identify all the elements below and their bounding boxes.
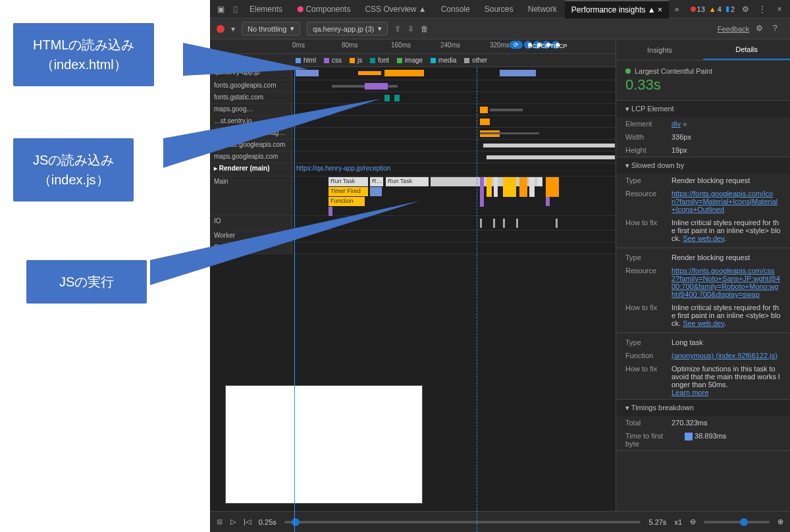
tab-performance-insights[interactable]: Performance insights ▲ × [565,0,669,18]
lcp-element-section[interactable]: ▾ LCP Element [616,101,790,117]
resource-link[interactable]: https://fonts.googleapis.com/icon?family… [672,190,777,213]
svg-marker-2 [150,201,420,285]
warning-badge[interactable]: ▲4 [709,5,722,13]
devtools-tabbar: ▣ ⌷ Elements ⬢ Components CSS Overview ▲… [210,0,790,18]
target-select[interactable]: qa.henry-app.jp (3) ▾ [307,22,388,36]
slowed-section[interactable]: ▾ Slowed down by [616,157,790,174]
side-panel: Insights Details Largest Contentful Pain… [616,40,790,532]
messages-badge[interactable]: ▮2 [725,5,735,13]
help-icon[interactable]: ? [773,24,783,34]
timings-section[interactable]: ▾ Timings breakdown [616,400,790,416]
callout-js-load: JSの読み込み（index.js） [13,138,134,201]
zoom-out-icon[interactable]: ⊖ [690,518,696,526]
settings-icon[interactable]: ⚙ [739,3,752,16]
play-icon[interactable]: ▷ [230,518,236,526]
kebab-icon[interactable]: ⋮ [756,3,769,16]
dcl-pill[interactable]: DCL [524,41,532,49]
tab-network[interactable]: Network [521,1,564,18]
nav-marker[interactable]: ⟳ [510,41,523,49]
throttle-select[interactable]: No throttling ▾ [242,22,300,36]
range-start: 0.25s [259,518,276,526]
range-end: 5.27s [648,518,666,526]
webdev-link[interactable]: See web.dev [683,319,724,327]
record-button[interactable] [217,25,224,33]
zoom-in-icon[interactable]: ⊕ [777,518,783,526]
details-tab[interactable]: Details [703,40,790,60]
timeline-footer: ⊠ ▷ |◁ 0.25s 5.27s x1 ⊖ ⊕ [210,511,790,532]
device-icon[interactable]: ⌷ [228,3,242,16]
playhead-marker[interactable] [477,67,477,532]
trash-icon[interactable]: 🗑 [421,24,429,34]
feedback-link[interactable]: Feedback [718,25,749,33]
zoom-slider[interactable] [704,521,770,523]
lcp-value: 0.33s [625,76,781,93]
callout-html: HTMLの読み込み（index.html） [13,23,154,86]
screenshot-preview [225,385,423,504]
function-link[interactable]: (anonymous) (index.92f66122.js) [672,352,777,359]
tab-sources[interactable]: Sources [478,1,520,18]
svg-marker-1 [163,99,381,168]
insights-tab[interactable]: Insights [616,40,703,60]
export-icon[interactable]: ⇧ [394,24,401,34]
time-slider[interactable] [284,521,641,523]
import-icon[interactable]: ⇩ [408,24,414,34]
more-tabs-icon[interactable]: » [670,3,683,16]
perf-toolbar: ▾ No throttling ▾ qa.henry-app.jp (3) ▾ … [210,18,790,40]
tab-elements[interactable]: Elements [243,1,289,18]
skip-icon[interactable]: |◁ [244,518,251,526]
callout-js-run: JSの実行 [26,260,147,304]
tab-components[interactable]: ⬢ Components [290,1,357,18]
close-icon[interactable]: × [773,3,786,16]
inspect-icon[interactable]: ▣ [214,3,227,16]
panel-settings-icon[interactable]: ⚙ [756,24,766,34]
lcp-metric: Largest Contentful Paint 0.33s [616,61,790,101]
tab-console[interactable]: Console [434,1,477,18]
learn-more-link[interactable]: Learn more [672,388,708,396]
dropdown-icon[interactable]: ▾ [231,24,235,34]
zoom-label: x1 [674,518,682,526]
resource-link[interactable]: https://fonts.googleapis.com/css2?family… [672,267,780,298]
error-badge[interactable]: 13 [691,5,705,13]
svg-marker-0 [183,43,308,76]
tab-css-overview[interactable]: CSS Overview ▲ [358,1,433,18]
screenshot-toggle-icon[interactable]: ⊠ [217,518,223,526]
element-link[interactable]: div [672,120,681,128]
webdev-link[interactable]: See web.dev [683,234,724,242]
